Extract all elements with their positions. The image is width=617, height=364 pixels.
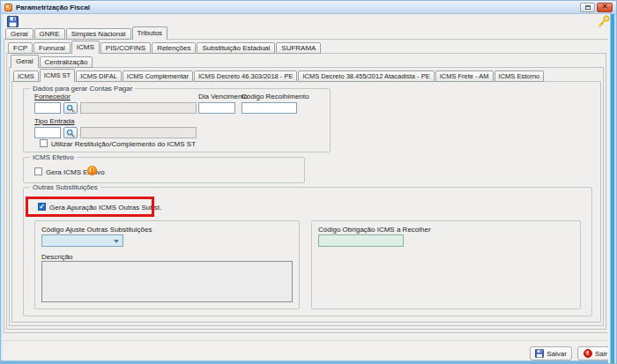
tab-l2-funrural[interactable]: Funrural [33, 42, 71, 54]
search-icon [66, 129, 75, 137]
sair-label: Sair [595, 350, 607, 358]
tab-l4-icms-st[interactable]: ICMS ST [40, 69, 75, 82]
tab-l2-pis-cofins[interactable]: PIS/COFINS [100, 42, 151, 54]
tabstrip-level4: ICMS ICMS ST ICMS DIFAL ICMS Complementa… [13, 69, 545, 82]
search-icon [66, 104, 75, 113]
fornecedor-input[interactable] [34, 102, 61, 114]
red-highlight-annotation [26, 197, 154, 217]
tab-l4-icms[interactable]: ICMS [13, 71, 39, 82]
tab-l4-icms-estorno[interactable]: ICMS Estorno [494, 71, 545, 82]
window-left-border [1, 14, 4, 364]
tab-l1-simples-nacional[interactable]: Simples Nacional [66, 28, 131, 40]
utilizar-restituicao-label[interactable]: Utilizar Restituição/Complemento do ICMS… [51, 140, 196, 148]
group-title: ICMS Efetivo [30, 153, 77, 161]
save-icon [535, 349, 544, 358]
fornecedor-description-field [80, 102, 197, 114]
exit-icon: ! [584, 349, 592, 358]
tab-l1-gnre[interactable]: GNRE [34, 28, 65, 40]
tab-l2-icms[interactable]: ICMS [71, 41, 100, 54]
toolbar [1, 14, 616, 27]
tab-l1-tributos[interactable]: Tributos [132, 26, 168, 40]
tab-l1-geral[interactable]: Geral [5, 28, 33, 40]
tab-l2-substituicao-estadual[interactable]: Substituição Estadual [197, 42, 275, 54]
gera-icms-efetivo-checkbox[interactable] [34, 167, 42, 175]
app-icon [4, 4, 12, 11]
tipo-entrada-input[interactable] [34, 127, 61, 138]
group-title: Outras Substituições [30, 183, 100, 191]
salvar-button[interactable]: Salvar [530, 346, 572, 360]
tab-l3-geral[interactable]: Geral [11, 55, 39, 68]
tab-l2-fcp[interactable]: FCP [8, 42, 33, 54]
salvar-label: Salvar [546, 350, 567, 358]
tipo-entrada-search-button[interactable] [63, 127, 78, 138]
codigo-recolhimento-input[interactable] [242, 102, 297, 114]
utilizar-restituicao-checkbox[interactable] [40, 139, 48, 147]
tipo-entrada-description-field [80, 127, 197, 138]
dia-vencimento-input[interactable] [198, 102, 235, 114]
codigo-ajuste-select[interactable] [41, 234, 123, 247]
close-icon: ✕ [602, 4, 608, 11]
parametrizacao-fiscal-window: Parametrização Fiscal ✕ Geral GNRE Simpl… [0, 0, 617, 364]
tab-l4-icms-decreto-38455[interactable]: ICMS Decreto 38.455/2012 Atacadista - PE [298, 71, 434, 82]
tabstrip-level3: Geral Centralização [11, 55, 93, 68]
codigo-obrigacao-input[interactable] [318, 234, 404, 247]
tab-l4-icms-frete-am[interactable]: ICMS Frete - AM [435, 71, 494, 82]
descricao-label: Descrição [41, 253, 73, 261]
tab-l3-centralizacao[interactable]: Centralização [40, 56, 93, 68]
tabstrip-level1: Geral GNRE Simples Nacional Tributos [5, 26, 168, 40]
codigo-ajuste-label: Código Ajuste Outras Substituições [41, 226, 152, 234]
codigo-obrigacao-label: Código Obrigação ICMS a Recolher [318, 226, 431, 234]
codigo-recolhimento-label: Código Recolhimento [242, 93, 309, 100]
fornecedor-search-button[interactable] [63, 102, 78, 114]
tab-l4-icms-complementar[interactable]: ICMS Complementar [123, 71, 193, 82]
descricao-textarea[interactable] [41, 261, 293, 302]
window-bottom-border [1, 360, 616, 363]
tab-l4-icms-decreto-46303[interactable]: ICMS Decreto 46.303/2018 - PE [194, 71, 298, 82]
group-title: Dados para gerar Contas Pagar [30, 85, 135, 93]
minimize-button[interactable] [580, 3, 595, 12]
tipo-entrada-label[interactable]: Tipo Entrada [34, 117, 75, 125]
window-right-border [608, 14, 616, 364]
tabstrip-level2: FCP Funrural ICMS PIS/COFINS Retenções S… [8, 41, 322, 54]
minimize-icon [585, 5, 591, 10]
tab-l4-icms-difal[interactable]: ICMS DIFAL [76, 71, 122, 82]
key-icon [598, 15, 610, 27]
close-button[interactable]: ✕ [597, 3, 613, 12]
warning-icon: ! [87, 166, 97, 175]
tab-l2-suframa[interactable]: SUFRAMA [276, 42, 321, 54]
tab-l2-retencoes[interactable]: Retenções [152, 42, 196, 54]
fornecedor-label[interactable]: Fornecedor [34, 93, 71, 100]
window-title: Parametrização Fiscal [16, 4, 90, 11]
chevron-down-icon [114, 240, 119, 243]
titlebar[interactable]: Parametrização Fiscal ✕ [1, 1, 616, 14]
dia-vencimento-label: Dia Vencimento [198, 93, 248, 100]
